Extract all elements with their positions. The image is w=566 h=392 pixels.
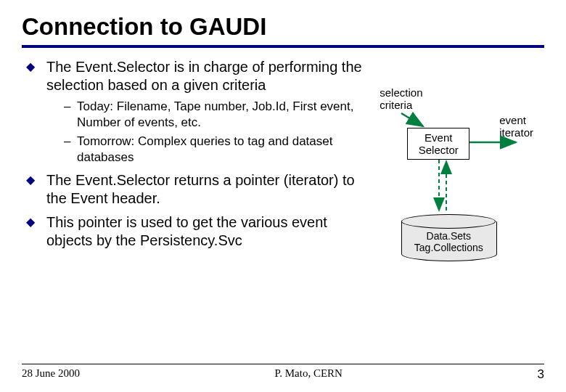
bullet-1-sub-2: Tomorrow: Complex queries to tag and dat…: [64, 134, 372, 166]
bullet-3: This pointer is used to get the various …: [22, 213, 372, 250]
footer-rule: [22, 364, 544, 364]
cylinder-line2: Tag.Collections: [414, 242, 483, 253]
footer-page-number: 3: [538, 367, 544, 382]
label-event-iterator: event iterator: [499, 115, 550, 139]
text-column: The Event.Selector is in charge of perfo…: [22, 58, 372, 256]
bullet-2: The Event.Selector returns a pointer (it…: [22, 171, 372, 208]
bullet-1-sublist: Today: Filename, Tape number, Job.Id, Fi…: [46, 99, 372, 166]
event-selector-box: Event Selector: [407, 128, 469, 160]
cylinder-top: [401, 214, 496, 229]
footer-author: P. Mato, CERN: [275, 367, 343, 382]
title-rule: [22, 45, 544, 48]
bullet-1: The Event.Selector is in charge of perfo…: [22, 58, 372, 166]
diagram: selection criteria event iterator Event …: [372, 87, 544, 276]
footer-date: 28 June 2000: [22, 367, 80, 382]
svg-line-0: [401, 113, 423, 126]
footer: 28 June 2000 P. Mato, CERN 3: [22, 364, 544, 382]
bullet-list: The Event.Selector is in charge of perfo…: [22, 58, 372, 250]
footer-row: 28 June 2000 P. Mato, CERN 3: [22, 367, 544, 382]
bullet-1-sub-1: Today: Filename, Tape number, Job.Id, Fi…: [64, 99, 372, 131]
database-cylinder: Data.Sets Tag.Collections: [401, 214, 496, 261]
cylinder-line1: Data.Sets: [427, 230, 471, 242]
slide-title: Connection to GAUDI: [22, 13, 544, 41]
content-area: The Event.Selector is in charge of perfo…: [22, 58, 544, 276]
label-selection-criteria: selection criteria: [380, 87, 438, 111]
cylinder-label: Data.Sets Tag.Collections: [401, 230, 496, 253]
slide: Connection to GAUDI The Event.Selector i…: [0, 0, 566, 392]
bullet-1-text: The Event.Selector is in charge of perfo…: [46, 59, 362, 93]
